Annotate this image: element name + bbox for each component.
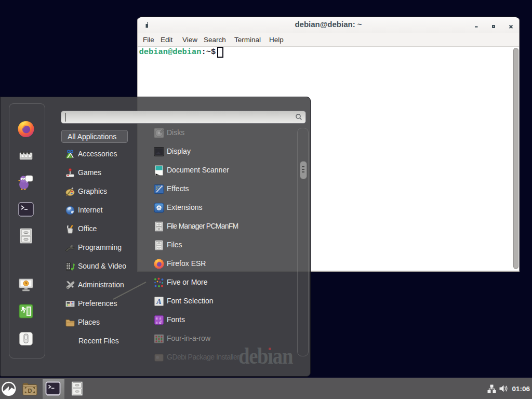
svg-text:D: D [28,388,32,394]
svg-text:a: a [156,320,158,324]
svg-text:A: A [156,298,161,305]
